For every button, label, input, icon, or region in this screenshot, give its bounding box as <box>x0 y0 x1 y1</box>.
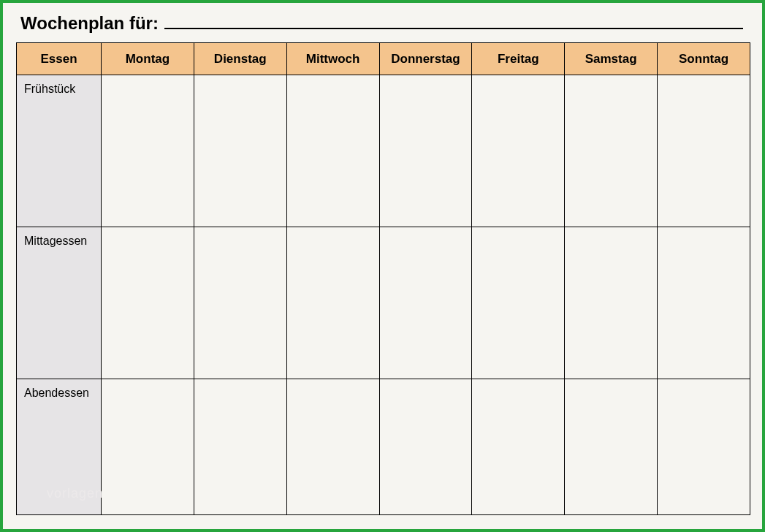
cell[interactable] <box>565 227 658 379</box>
row-header-abendessen: Abendessen <box>17 379 102 515</box>
cell[interactable] <box>286 379 379 515</box>
cell[interactable] <box>658 379 750 515</box>
cell[interactable] <box>194 227 286 379</box>
col-header-mittwoch: Mittwoch <box>286 43 379 75</box>
cell[interactable] <box>379 379 472 515</box>
col-header-essen: Essen <box>17 43 102 75</box>
table-row: Frühstück <box>17 75 750 227</box>
cell[interactable] <box>102 227 194 379</box>
col-header-freitag: Freitag <box>472 43 565 75</box>
col-header-samstag: Samstag <box>565 43 658 75</box>
weekly-plan-table: Essen Montag Dienstag Mittwoch Donnersta… <box>16 42 750 515</box>
cell[interactable] <box>102 379 194 515</box>
col-header-sonntag: Sonntag <box>658 43 750 75</box>
col-header-dienstag: Dienstag <box>194 43 286 75</box>
cell[interactable] <box>565 379 658 515</box>
cell[interactable] <box>102 75 194 227</box>
title-row: Wochenplan für: <box>20 13 747 34</box>
cell[interactable] <box>194 379 286 515</box>
table-row: Mittagessen <box>17 227 750 379</box>
cell[interactable] <box>472 75 565 227</box>
col-header-donnerstag: Donnerstag <box>379 43 472 75</box>
col-header-montag: Montag <box>102 43 194 75</box>
weekly-plan-frame: Wochenplan für: Essen Montag Dienstag Mi… <box>0 0 765 532</box>
cell[interactable] <box>658 227 750 379</box>
cell[interactable] <box>472 227 565 379</box>
cell[interactable] <box>658 75 750 227</box>
table-row: Abendessen <box>17 379 750 515</box>
table-header-row: Essen Montag Dienstag Mittwoch Donnersta… <box>17 43 750 75</box>
row-header-mittagessen: Mittagessen <box>17 227 102 379</box>
cell[interactable] <box>379 75 472 227</box>
cell[interactable] <box>472 379 565 515</box>
cell[interactable] <box>286 75 379 227</box>
cell[interactable] <box>194 75 286 227</box>
cell[interactable] <box>565 75 658 227</box>
row-header-fruehstueck: Frühstück <box>17 75 102 227</box>
cell[interactable] <box>286 227 379 379</box>
page-title: Wochenplan für: <box>20 13 159 34</box>
title-blank-line[interactable] <box>164 13 743 29</box>
cell[interactable] <box>379 227 472 379</box>
